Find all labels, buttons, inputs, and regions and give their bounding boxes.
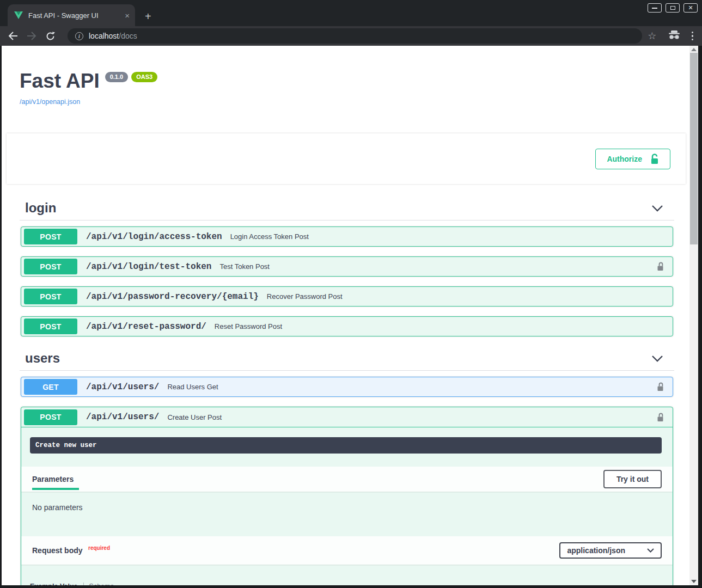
new-tab-button[interactable]: + xyxy=(145,11,151,22)
tag-name: login xyxy=(25,200,56,216)
endpoint-row-create-user[interactable]: POST /api/v1/users/ Create User Post xyxy=(21,407,673,427)
page-scrollbar[interactable] xyxy=(689,46,698,585)
endpoint-path: /api/v1/users/ xyxy=(86,382,159,392)
back-icon[interactable] xyxy=(7,29,20,42)
tag-section-users: users GET /api/v1/users/ Read Users Get xyxy=(20,346,674,585)
browser-tab[interactable]: Fast API - Swagger UI × xyxy=(8,4,135,26)
oas3-badge: OAS3 xyxy=(131,72,157,82)
endpoint-row-password-recovery[interactable]: POST /api/v1/password-recovery/{email} R… xyxy=(21,286,673,307)
browser-toolbar: i localhost /docs ☆ xyxy=(0,26,702,46)
media-type-value: application/json xyxy=(567,546,625,555)
close-button[interactable]: ✕ xyxy=(683,3,698,13)
method-badge: POST xyxy=(24,289,77,304)
method-badge: POST xyxy=(24,229,77,244)
endpoint-path: /api/v1/login/test-token xyxy=(86,262,211,272)
chevron-down-icon[interactable] xyxy=(651,205,663,212)
url-path: /docs xyxy=(119,32,137,40)
forward-icon[interactable] xyxy=(25,29,38,42)
required-label: required xyxy=(88,545,110,551)
browser-titlebar: Fast API - Swagger UI × + ✕ xyxy=(0,0,702,26)
minimize-button[interactable] xyxy=(648,3,662,13)
endpoint-path: /api/v1/users/ xyxy=(86,412,159,422)
scheme-container: Authorize xyxy=(7,133,686,184)
tag-name: users xyxy=(25,351,60,366)
page-info-icon[interactable]: i xyxy=(75,32,83,40)
swagger-page: Fast API 0.1.0 OAS3 /api/v1/openapi.json… xyxy=(2,46,689,585)
auth-lock-icon[interactable] xyxy=(657,382,664,391)
endpoint-path: /api/v1/password-recovery/{email} xyxy=(86,292,259,302)
parameters-tab[interactable]: Parameters xyxy=(32,475,74,483)
example-area: Example Value Schema { xyxy=(21,565,673,585)
request-body-header: Request body required application/json xyxy=(21,536,673,565)
url-host: localhost xyxy=(89,32,119,40)
authorize-button[interactable]: Authorize xyxy=(595,149,670,169)
api-info: Fast API 0.1.0 OAS3 /api/v1/openapi.json xyxy=(20,46,674,106)
endpoint-row-login-access-token[interactable]: POST /api/v1/login/access-token Login Ac… xyxy=(21,226,673,247)
method-badge: POST xyxy=(24,259,77,274)
reload-icon[interactable] xyxy=(44,29,57,42)
browser-menu-icon[interactable] xyxy=(692,32,694,41)
auth-lock-icon[interactable] xyxy=(657,262,664,271)
endpoint-path: /api/v1/reset-password/ xyxy=(86,322,206,332)
operation-body: Create new user Parameters Try it out No… xyxy=(21,437,673,585)
media-type-select[interactable]: application/json xyxy=(559,542,662,559)
endpoint-summary: Reset Password Post xyxy=(215,322,282,330)
chevron-down-icon xyxy=(647,548,654,553)
request-body-label: Request body xyxy=(32,546,83,555)
openapi-spec-link[interactable]: /api/v1/openapi.json xyxy=(20,98,80,106)
endpoint-summary: Test Token Post xyxy=(219,262,270,271)
method-badge: GET xyxy=(24,379,77,395)
parameters-header: Parameters Try it out xyxy=(21,467,673,492)
scroll-up-arrow-icon[interactable] xyxy=(691,48,697,51)
endpoint-row-login-test-token[interactable]: POST /api/v1/login/test-token Test Token… xyxy=(21,256,673,277)
method-badge: POST xyxy=(24,409,77,425)
window-controls: ✕ xyxy=(648,3,698,13)
page-viewport: Fast API 0.1.0 OAS3 /api/v1/openapi.json… xyxy=(0,46,702,588)
endpoint-summary: Recover Password Post xyxy=(267,292,343,301)
endpoint-summary: Create User Post xyxy=(167,413,222,421)
tag-section-login: login POST /api/v1/login/access-token Lo… xyxy=(20,196,674,336)
tab-close-icon[interactable]: × xyxy=(125,11,130,20)
maximize-button[interactable] xyxy=(666,3,680,13)
method-badge: POST xyxy=(24,318,77,334)
tag-users-toggle[interactable]: users xyxy=(20,346,674,371)
page-title: Fast API xyxy=(20,70,100,93)
chevron-down-icon[interactable] xyxy=(651,355,663,362)
endpoint-create-user-expanded: POST /api/v1/users/ Create User Post xyxy=(21,407,673,585)
scrollbar-thumb[interactable] xyxy=(690,53,698,244)
fastapi-favicon-icon xyxy=(14,11,23,19)
address-bar[interactable]: i localhost /docs xyxy=(68,28,642,44)
bookmark-star-icon[interactable]: ☆ xyxy=(648,30,656,42)
tab-title: Fast API - Swagger UI xyxy=(28,11,120,20)
operation-description: Create new user xyxy=(30,437,662,454)
authorize-label: Authorize xyxy=(607,155,642,163)
auth-lock-icon[interactable] xyxy=(657,413,664,422)
try-it-out-button[interactable]: Try it out xyxy=(603,470,662,488)
endpoint-row-reset-password[interactable]: POST /api/v1/reset-password/ Reset Passw… xyxy=(21,316,673,336)
endpoint-row-read-users[interactable]: GET /api/v1/users/ Read Users Get xyxy=(21,377,673,397)
no-parameters-text: No parameters xyxy=(21,492,673,523)
endpoint-summary: Login Access Token Post xyxy=(230,232,309,241)
tab-schema[interactable]: Schema xyxy=(89,583,114,585)
version-badge: 0.1.0 xyxy=(105,72,128,82)
parameters-tab-underline xyxy=(32,488,79,490)
tab-separator xyxy=(83,583,84,585)
endpoint-path: /api/v1/login/access-token xyxy=(86,232,222,242)
tab-example-value[interactable]: Example Value xyxy=(30,583,78,585)
scroll-down-arrow-icon[interactable] xyxy=(691,580,697,583)
unlocked-padlock-icon xyxy=(650,154,659,164)
tag-login-toggle[interactable]: login xyxy=(20,196,674,220)
toolbar-right: ☆ xyxy=(648,30,693,42)
endpoint-summary: Read Users Get xyxy=(167,383,218,391)
browser-window: Fast API - Swagger UI × + ✕ i localhost … xyxy=(0,0,702,588)
incognito-icon xyxy=(668,30,681,42)
